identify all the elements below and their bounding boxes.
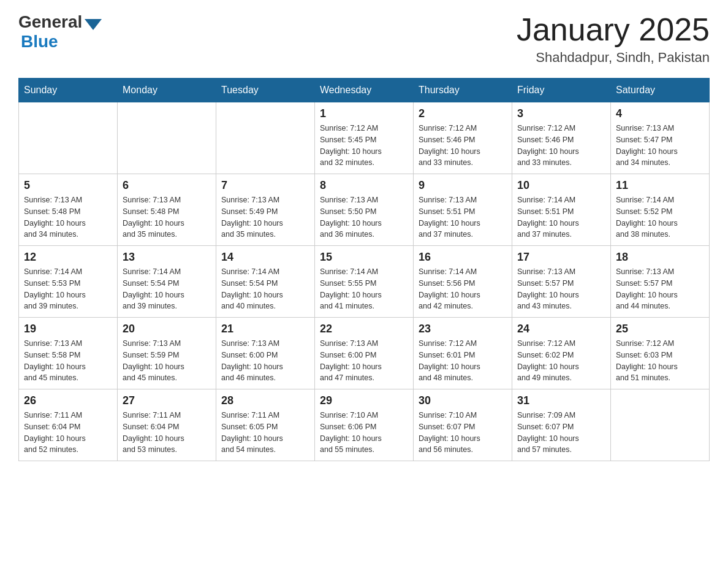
calendar-day-cell: 22Sunrise: 7:13 AMSunset: 6:00 PMDayligh… xyxy=(315,318,414,389)
location-text: Shahdadpur, Sindh, Pakistan xyxy=(517,50,710,66)
day-number: 4 xyxy=(616,107,704,120)
calendar-day-cell: 18Sunrise: 7:13 AMSunset: 5:57 PMDayligh… xyxy=(611,246,710,318)
day-info: Sunrise: 7:13 AMSunset: 5:48 PMDaylight:… xyxy=(24,194,112,240)
calendar-day-cell: 11Sunrise: 7:14 AMSunset: 5:52 PMDayligh… xyxy=(611,174,710,246)
calendar-day-cell: 6Sunrise: 7:13 AMSunset: 5:48 PMDaylight… xyxy=(118,174,216,246)
calendar-day-cell: 16Sunrise: 7:14 AMSunset: 5:56 PMDayligh… xyxy=(414,246,512,318)
day-info: Sunrise: 7:13 AMSunset: 5:59 PMDaylight:… xyxy=(123,338,211,384)
day-number: 21 xyxy=(221,323,309,335)
day-info: Sunrise: 7:12 AMSunset: 6:03 PMDaylight:… xyxy=(616,338,704,384)
calendar-day-cell: 19Sunrise: 7:13 AMSunset: 5:58 PMDayligh… xyxy=(19,318,118,389)
day-number: 22 xyxy=(320,323,408,335)
logo-general-text: General xyxy=(18,12,82,32)
day-info: Sunrise: 7:12 AMSunset: 5:45 PMDaylight:… xyxy=(320,123,408,169)
calendar-day-cell: 25Sunrise: 7:12 AMSunset: 6:03 PMDayligh… xyxy=(611,318,710,389)
day-number: 10 xyxy=(517,179,605,192)
day-number: 26 xyxy=(24,394,112,407)
calendar-week-row: 1Sunrise: 7:12 AMSunset: 5:45 PMDaylight… xyxy=(19,102,710,174)
month-title: January 2025 xyxy=(517,12,710,47)
calendar-day-header: Wednesday xyxy=(315,79,414,102)
calendar-day-cell: 23Sunrise: 7:12 AMSunset: 6:01 PMDayligh… xyxy=(414,318,512,389)
day-number: 24 xyxy=(517,323,605,335)
calendar-day-cell: 12Sunrise: 7:14 AMSunset: 5:53 PMDayligh… xyxy=(19,246,118,318)
calendar-day-cell: 28Sunrise: 7:11 AMSunset: 6:05 PMDayligh… xyxy=(216,389,315,461)
calendar-day-cell: 24Sunrise: 7:12 AMSunset: 6:02 PMDayligh… xyxy=(512,318,611,389)
calendar-header-row: SundayMondayTuesdayWednesdayThursdayFrid… xyxy=(19,79,710,102)
day-info: Sunrise: 7:14 AMSunset: 5:51 PMDaylight:… xyxy=(517,194,605,240)
day-info: Sunrise: 7:11 AMSunset: 6:04 PMDaylight:… xyxy=(123,410,211,456)
calendar-day-cell: 30Sunrise: 7:10 AMSunset: 6:07 PMDayligh… xyxy=(414,389,512,461)
day-number: 6 xyxy=(123,179,211,192)
day-info: Sunrise: 7:12 AMSunset: 6:01 PMDaylight:… xyxy=(419,338,507,384)
logo-arrow-icon xyxy=(85,19,102,30)
day-number: 5 xyxy=(24,179,112,192)
day-number: 14 xyxy=(221,251,309,264)
day-number: 29 xyxy=(320,394,408,407)
calendar-day-cell: 7Sunrise: 7:13 AMSunset: 5:49 PMDaylight… xyxy=(216,174,315,246)
day-number: 30 xyxy=(419,394,507,407)
day-info: Sunrise: 7:13 AMSunset: 6:00 PMDaylight:… xyxy=(221,338,309,384)
calendar-day-cell: 27Sunrise: 7:11 AMSunset: 6:04 PMDayligh… xyxy=(118,389,216,461)
day-number: 17 xyxy=(517,251,605,264)
calendar-week-row: 26Sunrise: 7:11 AMSunset: 6:04 PMDayligh… xyxy=(19,389,710,461)
day-info: Sunrise: 7:12 AMSunset: 5:46 PMDaylight:… xyxy=(517,123,605,169)
day-info: Sunrise: 7:10 AMSunset: 6:07 PMDaylight:… xyxy=(419,410,507,456)
calendar-day-cell: 15Sunrise: 7:14 AMSunset: 5:55 PMDayligh… xyxy=(315,246,414,318)
day-number: 1 xyxy=(320,107,408,120)
day-number: 9 xyxy=(419,179,507,192)
calendar-day-cell: 3Sunrise: 7:12 AMSunset: 5:46 PMDaylight… xyxy=(512,102,611,174)
calendar-day-header: Tuesday xyxy=(216,79,315,102)
calendar-day-header: Friday xyxy=(512,79,611,102)
calendar-day-cell: 26Sunrise: 7:11 AMSunset: 6:04 PMDayligh… xyxy=(19,389,118,461)
calendar-day-cell: 17Sunrise: 7:13 AMSunset: 5:57 PMDayligh… xyxy=(512,246,611,318)
calendar-day-cell: 14Sunrise: 7:14 AMSunset: 5:54 PMDayligh… xyxy=(216,246,315,318)
day-number: 2 xyxy=(419,107,507,120)
day-info: Sunrise: 7:14 AMSunset: 5:55 PMDaylight:… xyxy=(320,266,408,312)
day-info: Sunrise: 7:13 AMSunset: 5:57 PMDaylight:… xyxy=(517,266,605,312)
calendar-day-cell: 21Sunrise: 7:13 AMSunset: 6:00 PMDayligh… xyxy=(216,318,315,389)
calendar-day-cell: 10Sunrise: 7:14 AMSunset: 5:51 PMDayligh… xyxy=(512,174,611,246)
page-header: General Blue January 2025 Shahdadpur, Si… xyxy=(18,12,710,66)
calendar-day-header: Saturday xyxy=(611,79,710,102)
day-number: 13 xyxy=(123,251,211,264)
day-info: Sunrise: 7:13 AMSunset: 5:47 PMDaylight:… xyxy=(616,123,704,169)
day-number: 7 xyxy=(221,179,309,192)
day-number: 28 xyxy=(221,394,309,407)
calendar-day-cell xyxy=(216,102,315,174)
day-info: Sunrise: 7:13 AMSunset: 5:50 PMDaylight:… xyxy=(320,194,408,240)
logo-blue-text: Blue xyxy=(21,32,58,52)
calendar-day-header: Sunday xyxy=(19,79,118,102)
day-number: 3 xyxy=(517,107,605,120)
calendar-day-header: Thursday xyxy=(414,79,512,102)
day-info: Sunrise: 7:13 AMSunset: 5:58 PMDaylight:… xyxy=(24,338,112,384)
calendar-table: SundayMondayTuesdayWednesdayThursdayFrid… xyxy=(18,78,710,461)
calendar-day-cell: 1Sunrise: 7:12 AMSunset: 5:45 PMDaylight… xyxy=(315,102,414,174)
calendar-day-cell: 4Sunrise: 7:13 AMSunset: 5:47 PMDaylight… xyxy=(611,102,710,174)
title-section: January 2025 Shahdadpur, Sindh, Pakistan xyxy=(517,12,710,66)
day-info: Sunrise: 7:13 AMSunset: 6:00 PMDaylight:… xyxy=(320,338,408,384)
day-info: Sunrise: 7:13 AMSunset: 5:48 PMDaylight:… xyxy=(123,194,211,240)
calendar-day-cell: 29Sunrise: 7:10 AMSunset: 6:06 PMDayligh… xyxy=(315,389,414,461)
day-number: 16 xyxy=(419,251,507,264)
day-info: Sunrise: 7:14 AMSunset: 5:54 PMDaylight:… xyxy=(221,266,309,312)
day-info: Sunrise: 7:13 AMSunset: 5:49 PMDaylight:… xyxy=(221,194,309,240)
calendar-day-cell xyxy=(118,102,216,174)
day-number: 31 xyxy=(517,394,605,407)
day-info: Sunrise: 7:10 AMSunset: 6:06 PMDaylight:… xyxy=(320,410,408,456)
calendar-day-cell: 2Sunrise: 7:12 AMSunset: 5:46 PMDaylight… xyxy=(414,102,512,174)
day-number: 19 xyxy=(24,323,112,335)
calendar-day-cell: 20Sunrise: 7:13 AMSunset: 5:59 PMDayligh… xyxy=(118,318,216,389)
calendar-day-cell: 5Sunrise: 7:13 AMSunset: 5:48 PMDaylight… xyxy=(19,174,118,246)
day-info: Sunrise: 7:14 AMSunset: 5:56 PMDaylight:… xyxy=(419,266,507,312)
day-number: 23 xyxy=(419,323,507,335)
day-info: Sunrise: 7:12 AMSunset: 5:46 PMDaylight:… xyxy=(419,123,507,169)
calendar-day-header: Monday xyxy=(118,79,216,102)
day-info: Sunrise: 7:13 AMSunset: 5:57 PMDaylight:… xyxy=(616,266,704,312)
day-number: 20 xyxy=(123,323,211,335)
calendar-day-cell xyxy=(19,102,118,174)
calendar-week-row: 19Sunrise: 7:13 AMSunset: 5:58 PMDayligh… xyxy=(19,318,710,389)
calendar-day-cell: 9Sunrise: 7:13 AMSunset: 5:51 PMDaylight… xyxy=(414,174,512,246)
day-number: 27 xyxy=(123,394,211,407)
day-info: Sunrise: 7:11 AMSunset: 6:04 PMDaylight:… xyxy=(24,410,112,456)
day-number: 18 xyxy=(616,251,704,264)
